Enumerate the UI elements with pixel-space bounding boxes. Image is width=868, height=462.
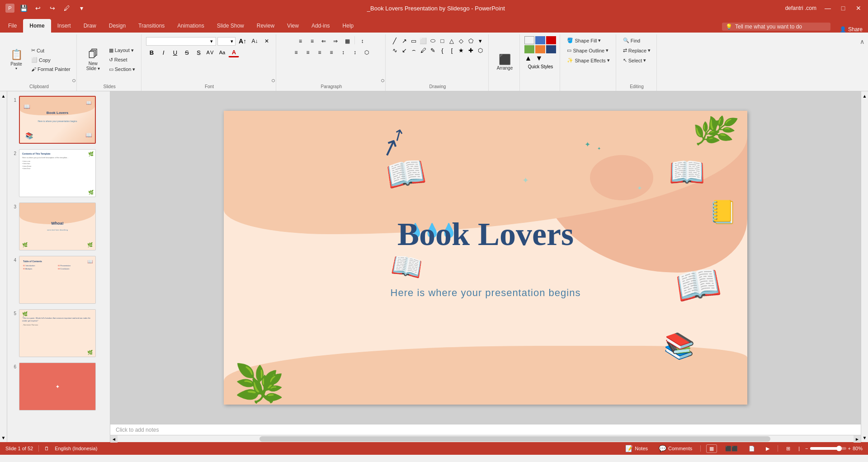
comments-button[interactable]: 💬 Comments [656, 444, 695, 453]
section-button[interactable]: ▭ Section ▾ [107, 65, 138, 74]
paragraph-launcher[interactable]: ⬡ [381, 79, 384, 83]
slide-item-3[interactable]: 3 Whoa! some text here describing 🌿 🌿 [9, 202, 108, 251]
shape-curve[interactable]: ∿ [390, 46, 399, 55]
tab-help[interactable]: Help [336, 19, 360, 33]
tab-draw[interactable]: Draw [77, 19, 103, 33]
increase-indent-button[interactable]: ⇒ [330, 36, 341, 46]
numbering-button[interactable]: ≡ [307, 36, 317, 46]
shape-callout[interactable]: □ [438, 36, 447, 45]
bullets-button[interactable]: ≡ [295, 36, 306, 46]
slideshow-button[interactable]: ▶ [763, 445, 772, 453]
font-color-button[interactable]: A [228, 47, 239, 57]
save-button[interactable]: 💾 [18, 3, 29, 14]
redo-button[interactable]: ↪ [47, 3, 58, 14]
qs-red[interactable] [546, 36, 556, 44]
shape-arrow[interactable]: ↗ [400, 36, 409, 45]
fit-slide-button[interactable]: ⊞ [783, 445, 793, 453]
reset-button[interactable]: ↺ Reset [107, 56, 138, 64]
scroll-up-button[interactable]: ▲ [0, 91, 7, 100]
italic-button[interactable]: I [158, 47, 169, 57]
slide-canvas[interactable]: 🌿 🌿 ↗ ↗ 📖 💧💧💧 📖 🌿 🌿 📖 📖 [224, 111, 747, 405]
slide-item-2[interactable]: 2 Contents of This Template Here is wher… [9, 148, 108, 198]
slide-thumb-6[interactable]: ✦ [19, 363, 96, 410]
zoom-slider[interactable] [810, 447, 846, 450]
slide-sorter-button[interactable]: ⬛⬛ [722, 445, 741, 453]
reading-view-button[interactable]: 📄 [746, 445, 758, 453]
scroll-thumb[interactable] [259, 436, 770, 442]
scroll-up-right-button[interactable]: ▲ [861, 91, 868, 100]
shape-arc[interactable]: ⌢ [409, 46, 418, 55]
font-size-selector[interactable]: ▾ [217, 37, 236, 46]
tab-insert[interactable]: Insert [51, 19, 77, 33]
qs-green[interactable] [524, 45, 534, 53]
notes-bar[interactable]: Click to add notes [110, 424, 861, 435]
shape-cube[interactable]: ⬡ [476, 46, 485, 55]
shape-outline-button[interactable]: ▭ Shape Outline ▾ [565, 46, 611, 55]
line-spacing-button[interactable]: ↕ [357, 36, 368, 46]
tab-addins[interactable]: Add-ins [305, 19, 336, 33]
slide-subtitle[interactable]: Here is where your presentation begins [391, 287, 581, 299]
qs-blue[interactable] [535, 36, 545, 44]
qs-scroll-down[interactable]: ▼ [535, 54, 538, 62]
tab-file[interactable]: File [2, 19, 23, 33]
tab-review[interactable]: Review [250, 19, 281, 33]
shape-line[interactable]: ╱ [390, 36, 399, 45]
select-button[interactable]: ↖ Select ▾ [621, 56, 649, 65]
qs-scroll-up[interactable]: ▲ [524, 54, 527, 62]
zoom-out-button[interactable]: − [805, 446, 808, 451]
qa-dropdown-button[interactable]: ▾ [76, 3, 87, 14]
scroll-left-button[interactable]: ◄ [110, 435, 118, 443]
justify-button[interactable]: ≡ [326, 47, 337, 57]
slide-thumb-4[interactable]: Table of Contents 01 Introduction 02 Pre… [19, 256, 96, 304]
shape-rect[interactable]: ▭ [409, 36, 418, 45]
shape-fill-button[interactable]: 🪣 Shape Fill ▾ [565, 36, 603, 45]
copy-button[interactable]: ⬜ Copy [29, 56, 73, 64]
share-button[interactable]: 👤 Share [840, 26, 863, 33]
tab-design[interactable]: Design [103, 19, 132, 33]
font-family-selector[interactable]: ▾ [146, 37, 216, 46]
align-text-button[interactable]: ↕ [349, 47, 360, 57]
scroll-down-right-button[interactable]: ▼ [861, 433, 868, 442]
align-right-button[interactable]: ≡ [314, 47, 325, 57]
qs-none[interactable] [524, 36, 534, 44]
shape-connector[interactable]: ↙ [400, 46, 409, 55]
text-shadow-button[interactable]: S [193, 47, 204, 57]
slide-item-6[interactable]: 6 ✦ [9, 362, 108, 411]
find-button[interactable]: 🔍 Find [621, 36, 642, 45]
char-spacing-button[interactable]: AV [205, 47, 216, 57]
shape-pentagon[interactable]: ⬠ [466, 36, 475, 45]
align-center-button[interactable]: ≡ [302, 47, 313, 57]
notes-button[interactable]: 📝 Notes [623, 444, 651, 453]
increase-font-size-button[interactable]: A↑ [237, 36, 248, 46]
text-direction-button[interactable]: ↕ [338, 47, 349, 57]
shape-oval[interactable]: ⬭ [428, 36, 437, 45]
shape-diamond[interactable]: ◇ [457, 36, 466, 45]
shape-star[interactable]: ★ [457, 46, 466, 55]
zoom-slider-thumb[interactable] [836, 446, 842, 451]
shape-bracket[interactable]: [ [447, 46, 456, 55]
shape-scribble[interactable]: ✎ [428, 46, 437, 55]
slide-item-1[interactable]: 1 Book Lovers Here is where your present… [9, 95, 108, 145]
scroll-down-button[interactable]: ▼ [0, 433, 7, 442]
slide-thumb-5[interactable]: "This is a quote. Words full of wisdom t… [19, 309, 96, 357]
clipboard-launcher[interactable]: ⬡ [72, 79, 75, 83]
bold-button[interactable]: B [146, 47, 157, 57]
tab-home[interactable]: Home [23, 19, 51, 33]
paste-button[interactable]: 📋 Paste ▾ [5, 47, 27, 72]
font-launcher[interactable]: ⬡ [272, 79, 275, 83]
tab-animations[interactable]: Animations [171, 19, 210, 33]
shape-triangle[interactable]: △ [447, 36, 456, 45]
clear-formatting-button[interactable]: ✕ [261, 36, 272, 46]
undo-button[interactable]: ↩ [33, 3, 43, 14]
shape-freeform[interactable]: 🖊 [419, 46, 428, 55]
slide-thumb-3[interactable]: Whoa! some text here describing 🌿 🌿 [19, 203, 96, 250]
qs-orange[interactable] [535, 45, 545, 53]
format-painter-button[interactable]: 🖌 Format Painter [29, 65, 73, 73]
tab-slideshow[interactable]: Slide Show [211, 19, 250, 33]
tab-view[interactable]: View [281, 19, 305, 33]
shape-effects-button[interactable]: ✨ Shape Effects ▾ [565, 56, 612, 65]
underline-button[interactable]: U [170, 47, 180, 57]
shape-brace[interactable]: { [438, 46, 447, 55]
maximize-button[interactable]: □ [839, 4, 847, 12]
shape-rounded-rect[interactable]: ⬜ [419, 36, 428, 45]
